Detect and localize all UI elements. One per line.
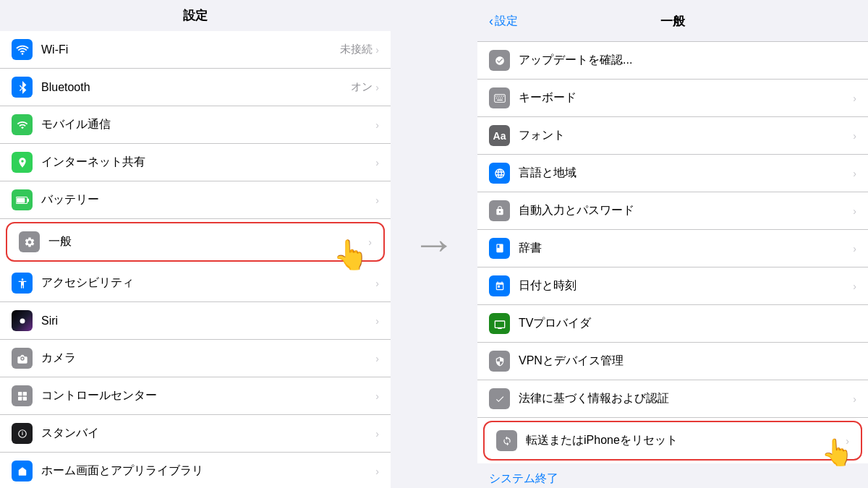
list-item[interactable]: Aa フォント ›	[477, 117, 868, 155]
font-icon: Aa	[489, 125, 510, 146]
tv-icon	[489, 313, 510, 334]
mobile-label: モバイル通信	[41, 117, 373, 132]
legal-chevron: ›	[853, 393, 856, 405]
mobile-icon	[12, 114, 33, 135]
svg-rect-5	[22, 392, 26, 395]
list-item[interactable]: Siri ›	[0, 302, 391, 340]
list-item[interactable]: コントロールセンター ›	[0, 377, 391, 415]
svg-rect-16	[498, 98, 498, 98]
back-button[interactable]: ‹ 設定	[489, 14, 518, 29]
right-mid-list: TVプロバイダ VPNとデバイス管理 法律に基づく情報および認証 ›	[477, 304, 868, 417]
back-chevron: ‹	[489, 14, 493, 29]
list-item[interactable]: バッテリー ›	[0, 181, 391, 219]
left-title: 設定	[183, 7, 208, 24]
list-item[interactable]: VPNとデバイス管理	[477, 343, 868, 380]
bluetooth-icon	[12, 77, 33, 98]
language-label: 言語と地域	[519, 166, 853, 181]
bluetooth-chevron: ›	[375, 82, 379, 93]
list-item[interactable]: 辞書 ›	[477, 230, 868, 267]
tv-label: TVプロバイダ	[519, 316, 856, 331]
general-icon	[19, 231, 40, 252]
list-item[interactable]: 日付と時刻 ›	[477, 267, 868, 304]
right-bottom-list: 転送またはiPhoneをリセット › 👆	[477, 417, 868, 463]
list-item[interactable]: 言語と地域 ›	[477, 155, 868, 192]
svg-rect-19	[497, 99, 503, 100]
left-panel: 設定 Wi-Fi 未接続 › Bluetooth オン › モバイル通信	[0, 0, 391, 488]
list-item[interactable]: Bluetooth オン ›	[0, 69, 391, 106]
transfer-item[interactable]: 転送またはiPhoneをリセット ›	[483, 421, 862, 461]
list-item[interactable]: アップデートを確認...	[477, 42, 868, 80]
wifi-label: Wi-Fi	[41, 43, 340, 56]
right-panel: ‹ 設定 一般 アップデートを確認... キーボード › Aa フォント ›	[477, 0, 868, 488]
siri-icon	[12, 310, 33, 331]
homescreen-label: ホーム画面とアプリライブラリ	[41, 463, 375, 479]
vpn-label: VPNとデバイス管理	[519, 354, 856, 369]
svg-rect-15	[495, 98, 496, 98]
list-item[interactable]: スタンバイ ›	[0, 415, 391, 453]
list-item[interactable]: ホーム画面とアプリライブラリ ›	[0, 453, 391, 488]
keyboard-label: キーボード	[519, 90, 853, 106]
keyboard-chevron: ›	[853, 93, 856, 104]
arrow-section: →	[391, 0, 477, 488]
homescreen-chevron: ›	[375, 466, 379, 477]
legal-label: 法律に基づく情報および認証	[519, 391, 853, 406]
list-item[interactable]: Wi-Fi 未接続 ›	[0, 31, 391, 69]
accessibility-label: アクセシビリティ	[41, 275, 375, 291]
dictionary-label: 辞書	[519, 241, 853, 256]
svg-rect-1	[27, 198, 28, 202]
accessibility-icon	[12, 273, 33, 294]
svg-rect-2	[17, 197, 25, 202]
autofill-icon	[489, 200, 510, 221]
svg-rect-12	[499, 95, 500, 96]
svg-rect-7	[22, 396, 26, 400]
svg-rect-4	[18, 392, 22, 395]
camera-icon	[12, 348, 33, 369]
bluetooth-value: オン	[351, 80, 373, 94]
list-item[interactable]: 法律に基づく情報および認証 ›	[477, 380, 868, 417]
system-end-button[interactable]: システム終了	[477, 463, 868, 488]
general-item[interactable]: 一般 ›	[6, 222, 385, 262]
battery-label: バッテリー	[41, 192, 375, 207]
control-chevron: ›	[375, 390, 379, 402]
font-label: フォント	[519, 128, 853, 143]
autofill-chevron: ›	[853, 205, 856, 217]
right-top-list: アップデートを確認... キーボード › Aa フォント › 言語と地域 ›	[477, 41, 868, 304]
legal-icon	[489, 388, 510, 409]
font-chevron: ›	[853, 130, 856, 142]
list-item[interactable]: カメラ ›	[0, 340, 391, 377]
hotspot-icon	[12, 152, 33, 173]
accessibility-chevron: ›	[375, 278, 379, 289]
transfer-label: 転送またはiPhoneをリセット	[526, 433, 846, 448]
homescreen-icon	[12, 461, 33, 481]
list-item[interactable]: モバイル通信 ›	[0, 106, 391, 144]
system-end-label: システム終了	[489, 472, 558, 484]
back-label: 設定	[495, 14, 518, 29]
right-title: 一般	[660, 13, 685, 30]
left-settings-list: Wi-Fi 未接続 › Bluetooth オン › モバイル通信 ›	[0, 31, 391, 488]
general-chevron: ›	[368, 236, 372, 248]
list-item[interactable]: 自動入力とパスワード ›	[477, 192, 868, 230]
vpn-icon	[489, 351, 510, 372]
list-item[interactable]: キーボード ›	[477, 80, 868, 117]
svg-rect-14	[503, 95, 503, 96]
list-item[interactable]: TVプロバイダ	[477, 305, 868, 343]
svg-rect-10	[495, 95, 496, 96]
dictionary-icon	[489, 238, 510, 259]
hotspot-chevron: ›	[375, 157, 379, 168]
standby-icon	[12, 423, 33, 444]
control-label: コントロールセンター	[41, 388, 375, 403]
standby-label: スタンバイ	[41, 426, 375, 441]
list-item[interactable]: アクセシビリティ ›	[0, 265, 391, 302]
svg-rect-18	[501, 98, 502, 98]
bluetooth-label: Bluetooth	[41, 81, 351, 94]
datetime-label: 日付と時刻	[519, 278, 853, 294]
autofill-label: 自動入力とパスワード	[519, 203, 853, 218]
wifi-chevron: ›	[375, 44, 379, 56]
list-item[interactable]: インターネット共有 ›	[0, 144, 391, 181]
svg-rect-6	[18, 396, 22, 400]
camera-label: カメラ	[41, 351, 375, 366]
svg-rect-13	[501, 95, 502, 96]
update-icon	[489, 50, 510, 71]
siri-chevron: ›	[375, 315, 379, 327]
datetime-chevron: ›	[853, 281, 856, 292]
